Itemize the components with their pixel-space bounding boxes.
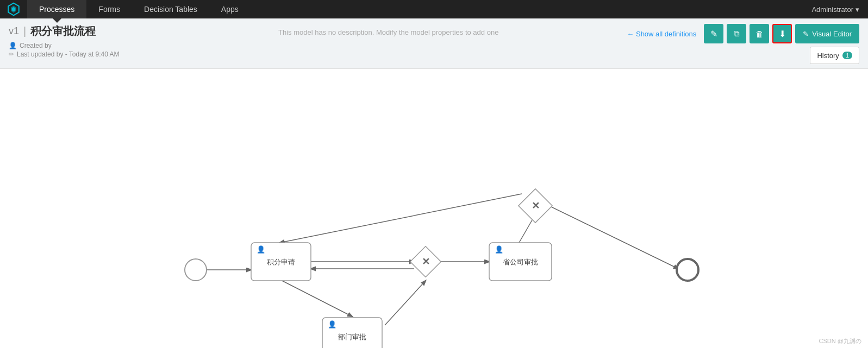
- logo: [0, 0, 27, 18]
- process-title: 积分审批流程: [30, 24, 96, 39]
- history-button[interactable]: History 1: [810, 47, 859, 64]
- gateway-1: ✕: [410, 246, 441, 277]
- delete-icon: 🗑: [755, 29, 764, 39]
- pencil-icon: ✏: [9, 50, 14, 58]
- end-event: [677, 259, 698, 281]
- visual-editor-icon: ✎: [803, 30, 809, 38]
- download-icon: ⬇: [779, 29, 786, 39]
- visual-editor-button[interactable]: ✎ Visual Editor: [795, 24, 859, 43]
- copy-button[interactable]: ⧉: [727, 24, 746, 43]
- admin-menu[interactable]: Administrator ▾: [803, 5, 868, 14]
- sub-header: v1 | 积分审批流程 👤 Created by ✏ Last updated …: [0, 18, 868, 69]
- download-button[interactable]: ⬇: [772, 24, 792, 43]
- svg-line-11: [385, 281, 426, 325]
- svg-line-9: [280, 194, 522, 243]
- nav-item-apps[interactable]: Apps: [209, 0, 251, 18]
- title-row: v1 | 积分审批流程: [9, 24, 150, 39]
- diagram-area: 👤 积分申请 ✕ 👤 省公司审批 ✕ 👤 部门审批 CSDN @九渊の: [0, 69, 868, 348]
- svg-text:省公司审批: 省公司审批: [503, 258, 538, 266]
- person-icon: 👤: [9, 42, 17, 49]
- history-badge: 1: [842, 52, 852, 59]
- svg-line-10: [280, 280, 352, 317]
- gateway-2: ✕: [519, 189, 552, 223]
- edit-button[interactable]: ✎: [704, 24, 723, 43]
- show-all-definitions-link[interactable]: ← Show all definitions: [627, 30, 696, 38]
- edit-icon: ✎: [710, 29, 717, 39]
- svg-text:✕: ✕: [532, 200, 540, 211]
- svg-text:👤: 👤: [328, 320, 337, 329]
- meta-updated: ✏ Last updated by - Today at 9:40 AM: [9, 50, 150, 58]
- watermark: CSDN @九渊の: [819, 337, 861, 345]
- sub-header-left: v1 | 积分审批流程 👤 Created by ✏ Last updated …: [9, 24, 150, 58]
- start-event: [185, 259, 207, 281]
- delete-button[interactable]: 🗑: [750, 24, 769, 43]
- svg-text:积分申请: 积分申请: [267, 258, 295, 266]
- sub-header-actions: ← Show all definitions ✎ ⧉ 🗑 ⬇ ✎ Visual …: [627, 24, 859, 64]
- svg-line-8: [549, 206, 678, 269]
- title-separator: |: [23, 25, 26, 37]
- svg-text:✕: ✕: [422, 256, 430, 267]
- top-nav: Processes Forms Decision Tables Apps Adm…: [0, 0, 868, 18]
- meta-created: 👤 Created by: [9, 42, 150, 49]
- copy-icon: ⧉: [734, 29, 740, 39]
- nav-item-forms[interactable]: Forms: [86, 0, 132, 18]
- model-description: This model has no description. Modify th…: [150, 24, 627, 36]
- version-label: v1: [9, 26, 19, 37]
- nav-item-processes[interactable]: Processes: [27, 0, 86, 18]
- svg-text:👤: 👤: [257, 245, 266, 254]
- bpmn-diagram: 👤 积分申请 ✕ 👤 省公司审批 ✕ 👤 部门审批: [0, 69, 868, 348]
- svg-text:👤: 👤: [495, 245, 504, 254]
- nav-item-decision-tables[interactable]: Decision Tables: [132, 0, 209, 18]
- svg-text:部门审批: 部门审批: [338, 333, 366, 341]
